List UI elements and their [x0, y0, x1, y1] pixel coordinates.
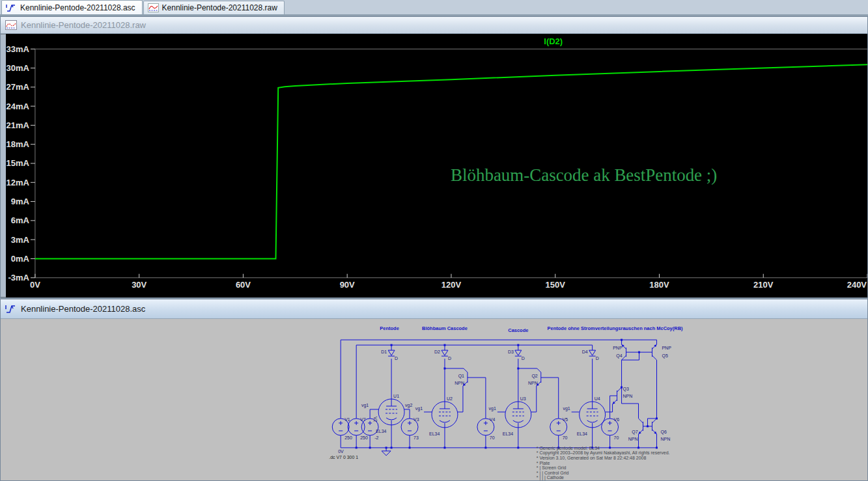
tab-schematic-file[interactable]: Kennlinie-Pentode-20211028.asc: [1, 0, 143, 14]
tab-label: Kennlinie-Pentode-20211028.raw: [162, 3, 277, 12]
y-tick-label: 9mA: [11, 197, 30, 206]
x-tick-label: 120V: [441, 280, 462, 290]
schematic-label: vg1: [415, 406, 423, 411]
schematic-label: D4: [582, 350, 588, 354]
schematic-label: Q5: [662, 353, 667, 359]
diode-D2: [441, 350, 448, 356]
schematic-label: EL34: [577, 432, 587, 436]
schematic-label: V4: [490, 417, 496, 422]
waveform-window: Kennlinie-Pentode-20211028.raw 33mA30mA2…: [0, 16, 868, 298]
schematic-label: vg2: [405, 403, 412, 408]
schematic-label: V5: [563, 417, 568, 422]
schematic-label: PNP: [662, 346, 671, 350]
schematic-label: PNP: [613, 346, 623, 350]
y-tick-label: 21mA: [7, 120, 30, 130]
schematic-label: Q4: [616, 353, 622, 359]
schematic-canvas[interactable]: PentodeBlöhbaum CascodeCascodePentode oh…: [1, 319, 867, 480]
schematic-label: Cascode: [508, 327, 528, 333]
spice-comment-line: * Version 3.10, Generated on Sat Mar 8 2…: [537, 456, 647, 460]
schematic-label: vg1: [489, 406, 496, 411]
x-tick-label: 150V: [546, 280, 566, 290]
schematic-label: Pentode: [380, 325, 399, 331]
schematic-label: Blöhbaum Cascode: [422, 325, 468, 331]
schematic-label: NPN: [628, 437, 638, 441]
y-tick-label: 33mA: [7, 44, 30, 54]
schematic-window: Kennlinie-Pentode-20211028.asc: [0, 299, 868, 481]
schematic-label: D3: [508, 350, 514, 354]
schematic-label: U3: [520, 396, 526, 401]
plot-annotation: Blöhbaum-Cascode ak BestPentode ;): [451, 165, 717, 185]
schematic-label: D: [522, 356, 525, 361]
window-frame-strip: [1, 34, 6, 297]
schematic-label: 70: [490, 435, 495, 440]
schematic-label: D: [395, 356, 398, 361]
schematic-label: .dc V7 0 300 1: [329, 455, 358, 460]
x-tick-label: 90V: [340, 280, 355, 290]
schematic-label: D: [448, 356, 451, 361]
schematic-label: Q1: [458, 374, 464, 379]
schematic-label: V3: [413, 417, 419, 422]
schematic-label: NPN: [623, 394, 633, 398]
x-tick-label: 0V: [30, 280, 40, 290]
schematic-label: D1: [381, 350, 387, 354]
spice-comment-line: * Plate: [537, 461, 550, 465]
schematic-label: -2: [374, 435, 378, 440]
schematic-label: EL34: [376, 429, 386, 433]
tab-waveform-file[interactable]: Kennlinie-Pentode-20211028.raw: [143, 1, 285, 14]
x-tick-label: 180V: [649, 280, 669, 290]
trace-label[interactable]: I(D2): [544, 36, 563, 46]
waveform-icon: [5, 20, 17, 30]
y-tick-label: 30mA: [7, 63, 30, 73]
tube-U4: [580, 402, 606, 428]
tab-label: Kennlinie-Pentode-20211028.asc: [20, 3, 135, 12]
schematic-label: 70: [563, 435, 568, 440]
schematic-label: V1: [344, 417, 350, 422]
schematic-label: NPN: [455, 381, 464, 385]
x-tick-label: 210V: [753, 280, 774, 290]
y-tick-label: 6mA: [11, 215, 30, 225]
tube-U3: [505, 402, 531, 428]
schematic-icon: [6, 3, 17, 12]
schematic-label: U4: [595, 396, 600, 401]
schematic-label: EL34: [503, 432, 513, 436]
schematic-label: U1: [393, 394, 399, 398]
schematic-label: NPN: [528, 381, 538, 385]
schematic-label: V7: [360, 417, 366, 422]
tube-U1: [378, 399, 404, 425]
schematic-icon: [5, 304, 17, 314]
schematic-label: 0V: [338, 449, 344, 454]
schematic-label: 70: [614, 435, 619, 440]
schematic-label: 73: [413, 435, 419, 440]
diode-D1: [388, 350, 395, 356]
waveform-plot[interactable]: 33mA30mA27mA24mA21mA18mA15mA12mA9mA6mA3m…: [1, 34, 867, 297]
schematic-label: Q6: [660, 430, 666, 435]
diode-D3: [515, 350, 522, 356]
x-tick-label: 240V: [847, 280, 867, 290]
waveform-window-titlebar[interactable]: Kennlinie-Pentode-20211028.raw: [1, 17, 867, 34]
spice-comment-line: * | | | Cathode: [537, 475, 564, 480]
schematic-drawing: PentodeBlöhbaum CascodeCascodePentode oh…: [1, 319, 867, 480]
y-tick-label: 12mA: [7, 178, 30, 187]
schematic-label: EL34: [429, 432, 440, 436]
schematic-label: vg1: [361, 403, 369, 408]
schematic-label: 250: [360, 435, 368, 440]
window-title: Kennlinie-Pentode-20211028.asc: [21, 304, 145, 314]
y-tick-label: 24mA: [7, 102, 30, 111]
tube-U2: [432, 402, 458, 428]
schematic-window-titlebar[interactable]: Kennlinie-Pentode-20211028.asc: [1, 299, 867, 319]
diode-D4: [589, 350, 596, 356]
plot-area[interactable]: 33mA30mA27mA24mA21mA18mA15mA12mA9mA6mA3m…: [1, 34, 867, 297]
schematic-label: vg1: [563, 406, 570, 411]
schematic-label: D: [596, 356, 599, 361]
window-title: Kennlinie-Pentode-20211028.raw: [21, 20, 146, 30]
file-tab-bar: Kennlinie-Pentode-20211028.asc Kennlinie…: [0, 0, 868, 15]
y-tick-label: 27mA: [7, 82, 30, 92]
x-tick-label: 60V: [236, 280, 251, 290]
y-tick-label: 15mA: [7, 158, 30, 168]
y-tick-label: -3mA: [8, 273, 29, 282]
schematic-label: V2: [373, 417, 378, 422]
schematic-label: U2: [447, 396, 453, 401]
schematic-label: D2: [434, 350, 440, 354]
schematic-label: V6: [614, 417, 620, 422]
plot-background: [1, 34, 867, 297]
